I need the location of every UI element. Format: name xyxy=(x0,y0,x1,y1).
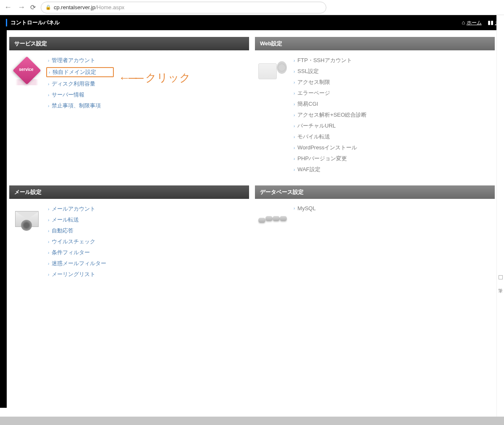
link-virus-check[interactable]: ›ウイルスチェック xyxy=(46,237,108,246)
link-mail-account[interactable]: ›メールアカウント xyxy=(46,205,108,213)
panel-db-header: データベース設定 xyxy=(255,185,495,199)
link-label: メーリングリスト xyxy=(52,271,95,278)
chevron-icon: › xyxy=(48,272,49,277)
chevron-icon: › xyxy=(294,206,295,211)
link-admin-account[interactable]: ›管理者アカウント xyxy=(46,56,114,65)
bottom-bar xyxy=(0,417,504,425)
chevron-icon: › xyxy=(294,80,295,85)
panel-web-header: Web設定 xyxy=(255,37,495,50)
link-mail-forward[interactable]: ›メール転送 xyxy=(46,216,108,224)
chevron-icon: › xyxy=(48,93,49,97)
link-waf[interactable]: ›WAF設定 xyxy=(292,165,368,174)
link-mailing-list[interactable]: ›メーリングリスト xyxy=(46,270,108,279)
link-seo-analytics[interactable]: ›アクセス解析+SEO総合診断 xyxy=(292,111,368,119)
link-label: アクセス解析+SEO総合診断 xyxy=(297,111,367,119)
link-label: サーバー情報 xyxy=(52,91,84,99)
link-label: メールアカウント xyxy=(52,205,95,213)
url-bar[interactable]: 🔒 cp.rentalserver.jp/Home.aspx xyxy=(41,2,326,13)
link-custom-domain[interactable]: ›独自ドメイン設定 xyxy=(46,67,114,77)
link-mysql[interactable]: ›MySQL xyxy=(292,205,318,212)
reload-button[interactable]: ⟳ xyxy=(30,3,36,11)
link-label: モバイル転送 xyxy=(297,133,330,141)
database-icon xyxy=(258,205,287,233)
chevron-icon: › xyxy=(48,104,49,108)
link-disk-usage[interactable]: ›ディスク利用容量 xyxy=(46,80,114,88)
service-links: ›管理者アカウント ›独自ドメイン設定 ›ディスク利用容量 ›サーバー情報 ›禁… xyxy=(46,56,114,110)
link-label: SSL設定 xyxy=(297,68,319,75)
accent-bar xyxy=(6,19,7,26)
main-window: コントロールパネル ⌂ ホーム ▮▮ ガ サービス設定 ›管理者アカウント ›独… xyxy=(0,15,504,408)
annotation-text: クリック xyxy=(145,70,191,85)
link-ssl[interactable]: ›SSL設定 xyxy=(292,67,368,76)
panel-mail-header: メール設定 xyxy=(9,185,249,199)
link-label: アクセス制限 xyxy=(297,78,330,86)
link-label: WordPressインストール xyxy=(297,144,357,151)
link-label: PHPバージョン変更 xyxy=(297,155,347,162)
back-button[interactable]: ← xyxy=(4,3,12,12)
link-label: バーチャルURL xyxy=(297,122,336,130)
chevron-icon: › xyxy=(294,102,295,107)
chevron-icon: › xyxy=(294,91,295,96)
link-access-control[interactable]: ›アクセス制限 xyxy=(292,78,368,86)
chevron-icon: › xyxy=(294,146,295,150)
chevron-icon: › xyxy=(294,135,295,139)
nav-arrows: ← → xyxy=(4,3,25,12)
panel-service-header: サービス設定 xyxy=(9,37,249,50)
side-box-icon xyxy=(499,275,503,279)
panel-service: サービス設定 ›管理者アカウント ›独自ドメイン設定 ›ディスク利用容量 ›サー… xyxy=(9,37,249,180)
link-spam-filter[interactable]: ›迷惑メールフィルター xyxy=(46,259,108,268)
link-error-page[interactable]: ›エラーページ xyxy=(292,89,368,97)
web-icon xyxy=(258,56,287,85)
panel-web-body: ›FTP・SSHアカウント ›SSL設定 ›アクセス制限 ›エラーページ ›簡易… xyxy=(255,50,495,180)
chevron-icon: › xyxy=(49,70,50,75)
home-icon: ⌂ xyxy=(462,19,465,26)
chevron-icon: › xyxy=(294,58,295,63)
link-label: 簡易CGI xyxy=(297,100,318,108)
link-virtual-url[interactable]: ›バーチャルURL xyxy=(292,122,368,130)
link-label: MySQL xyxy=(297,205,315,211)
home-link-group[interactable]: ⌂ ホーム xyxy=(462,19,481,26)
chevron-icon: › xyxy=(48,240,49,244)
link-label: 条件フィルター xyxy=(52,249,90,256)
link-label: 独自ドメイン設定 xyxy=(52,68,96,76)
link-mobile-forward[interactable]: ›モバイル転送 xyxy=(292,133,368,141)
url-domain: cp.rentalserver.jp xyxy=(54,4,95,10)
link-php-version[interactable]: ›PHPバージョン変更 xyxy=(292,154,368,163)
panel-service-body: ›管理者アカウント ›独自ドメイン設定 ›ディスク利用容量 ›サーバー情報 ›禁… xyxy=(9,50,249,116)
panel-db: データベース設定 ›MySQL xyxy=(255,185,495,284)
browser-toolbar: ← → ⟳ 🔒 cp.rentalserver.jp/Home.aspx xyxy=(0,0,504,15)
panels-grid: サービス設定 ›管理者アカウント ›独自ドメイン設定 ›ディスク利用容量 ›サー… xyxy=(9,37,495,284)
app-header: コントロールパネル ⌂ ホーム ▮▮ ガ xyxy=(0,15,504,30)
chevron-icon: › xyxy=(294,167,295,172)
link-label: 禁止事項、制限事項 xyxy=(52,102,101,110)
link-wordpress[interactable]: ›WordPressインストール xyxy=(292,143,368,152)
link-simple-cgi[interactable]: ›簡易CGI xyxy=(292,100,368,108)
panel-db-body: ›MySQL xyxy=(255,199,495,239)
forward-button[interactable]: → xyxy=(18,3,25,12)
chevron-icon: › xyxy=(48,58,49,63)
link-prohibited[interactable]: ›禁止事項、制限事項 xyxy=(46,102,114,110)
content-area: サービス設定 ›管理者アカウント ›独自ドメイン設定 ›ディスク利用容量 ›サー… xyxy=(7,30,497,408)
link-label: メール転送 xyxy=(52,216,79,224)
panel-mail: メール設定 ›メールアカウント ›メール転送 ›自動応答 ›ウイルスチェック ›… xyxy=(9,185,249,284)
panel-web: Web設定 ›FTP・SSHアカウント ›SSL設定 ›アクセス制限 ›エラーペ… xyxy=(255,37,495,180)
page-title: コントロールパネル xyxy=(10,19,60,26)
link-label: FTP・SSHアカウント xyxy=(297,57,352,64)
link-label: ディスク利用容量 xyxy=(52,80,95,88)
home-link[interactable]: ホーム xyxy=(467,20,482,26)
link-condition-filter[interactable]: ›条件フィルター xyxy=(46,248,108,257)
service-icon xyxy=(13,56,41,85)
db-links: ›MySQL xyxy=(292,205,318,212)
header-nav: ⌂ ホーム ▮▮ ガ xyxy=(462,19,500,26)
link-ftp-ssh[interactable]: ›FTP・SSHアカウント xyxy=(292,56,368,65)
chevron-icon: › xyxy=(294,124,295,128)
book-icon: ▮▮ xyxy=(488,19,494,26)
link-server-info[interactable]: ›サーバー情報 xyxy=(46,91,114,99)
chevron-icon: › xyxy=(48,82,49,86)
link-label: 迷惑メールフィルター xyxy=(52,260,106,267)
link-auto-reply[interactable]: ›自動応答 xyxy=(46,227,108,235)
click-annotation: ←── クリック xyxy=(118,70,191,85)
side-char: 筆 xyxy=(498,288,503,294)
link-label: ウイルスチェック xyxy=(52,238,95,245)
link-label: 管理者アカウント xyxy=(52,57,95,64)
